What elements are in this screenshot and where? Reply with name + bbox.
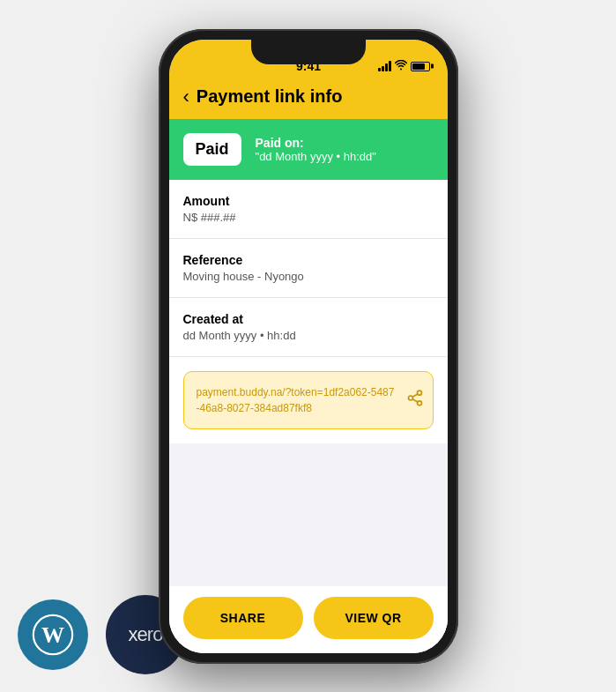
phone-frame: REVIEW 9:41 [159, 29, 458, 664]
phone-screen: REVIEW 9:41 [169, 40, 448, 653]
amount-value: N$ ###.## [183, 211, 434, 224]
wifi-icon [395, 60, 407, 73]
paid-banner: Paid Paid on: "dd Month yyyy • hh:dd" [169, 119, 448, 180]
status-icons [378, 60, 430, 73]
phone-notch [251, 40, 366, 64]
svg-line-5 [412, 398, 418, 401]
amount-row: Amount N$ ###.## [169, 180, 448, 239]
content-spacer [169, 443, 448, 586]
view-qr-button[interactable]: VIEW QR [314, 597, 434, 639]
reference-label: Reference [183, 253, 434, 267]
wordpress-logo: W [18, 599, 88, 670]
paid-on-label: Paid on: [256, 136, 376, 150]
bottom-buttons: SHARE VIEW QR [169, 586, 448, 653]
back-button[interactable]: ‹ [183, 86, 189, 108]
created-at-value: dd Month yyyy • hh:dd [183, 329, 434, 342]
signal-bar-1 [378, 68, 381, 71]
reference-row: Reference Moving house - Nyongo [169, 239, 448, 298]
share-link-icon[interactable] [406, 389, 424, 411]
battery-icon [411, 62, 430, 71]
svg-line-6 [412, 393, 418, 396]
signal-bar-3 [385, 63, 388, 71]
created-at-label: Created at [183, 312, 434, 326]
background-logos: W xero [0, 595, 185, 674]
signal-bar-4 [389, 61, 391, 71]
signal-bar-2 [382, 66, 384, 71]
payment-link-text: payment.buddy.na/?token=1df2a062-5487-46… [197, 384, 397, 416]
content-area: Amount N$ ###.## Reference Moving house … [169, 180, 448, 653]
paid-datetime: "dd Month yyyy • hh:dd" [256, 150, 376, 163]
reference-value: Moving house - Nyongo [183, 270, 434, 283]
paid-info: Paid on: "dd Month yyyy • hh:dd" [256, 136, 376, 163]
signal-bars-icon [378, 61, 391, 71]
payment-link-box[interactable]: payment.buddy.na/?token=1df2a062-5487-46… [183, 371, 434, 429]
page-title: Payment link info [197, 86, 343, 107]
share-button[interactable]: SHARE [183, 597, 303, 639]
xero-text: xero [129, 623, 163, 646]
nav-header: ‹ Payment link info [169, 78, 448, 119]
svg-text:W: W [41, 622, 64, 648]
amount-label: Amount [183, 194, 434, 208]
created-at-row: Created at dd Month yyyy • hh:dd [169, 298, 448, 357]
paid-badge: Paid [183, 133, 241, 166]
battery-fill [412, 63, 425, 70]
